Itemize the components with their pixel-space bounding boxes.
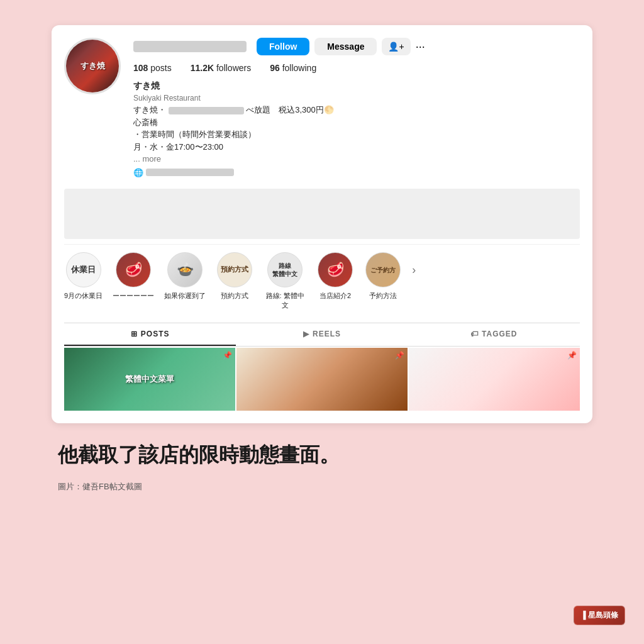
bio-line3: ・営業時間（時間外営業要相談） bbox=[133, 128, 580, 141]
highlight-item-booking[interactable]: 預約方式 預約方式 bbox=[216, 252, 253, 310]
stats-row: 108 posts 11.2K followers 96 following bbox=[133, 63, 580, 73]
post-thumb-1[interactable]: 繁體中文菜單 📌 bbox=[64, 348, 235, 411]
grid-icon: ⊞ bbox=[131, 330, 138, 338]
post-thumb-2[interactable]: 📌 bbox=[236, 348, 408, 411]
highlight-label-booking: 預約方式 bbox=[221, 291, 248, 301]
post-thumb-1-text: 繁體中文菜單 bbox=[73, 374, 227, 385]
post-thumb-3[interactable]: 📌 bbox=[409, 348, 580, 411]
highlight-text-kyuugetsubi: 休業日 bbox=[71, 264, 96, 275]
article-headline: 他截取了該店的限時動態畫面。 bbox=[58, 442, 586, 469]
following-stat: 96 following bbox=[270, 63, 316, 73]
highlight-food-icon-2: 🥩 bbox=[125, 262, 142, 278]
bio-section: すき焼 Sukiyaki Restaurant すき焼・ べ放題 税込3,300… bbox=[133, 79, 580, 179]
www-blurred bbox=[146, 169, 234, 176]
bio-line2: 心斎橋 bbox=[133, 116, 580, 129]
highlight-label-kyuugetsubi: 9月の休業日 bbox=[64, 291, 103, 301]
following-count: 96 bbox=[270, 63, 280, 73]
tab-reels-label: REELS bbox=[313, 330, 341, 338]
highlight-item-route[interactable]: 路線繁體中文 路線: 繁體中文 bbox=[264, 252, 306, 310]
highlight-label-intro: 当店紹介2 bbox=[319, 291, 351, 301]
bio-more[interactable]: ... more bbox=[133, 153, 580, 165]
blurred-overlay bbox=[64, 189, 580, 239]
posts-count: 108 bbox=[133, 63, 148, 73]
add-user-button[interactable]: 👤+ bbox=[382, 38, 410, 55]
tagged-icon: 🏷 bbox=[470, 330, 479, 338]
posts-label: posts bbox=[150, 63, 171, 73]
highlight-circle-2: 🥩 bbox=[116, 252, 151, 287]
tabs-row: ⊞ POSTS ▶ REELS 🏷 TAGGED bbox=[64, 323, 580, 347]
highlight-circle-booking: 預約方式 bbox=[217, 252, 252, 287]
highlight-text-route: 路線繁體中文 bbox=[272, 262, 297, 278]
highlights-section: 休業日 9月の休業日 🥩 ーーーーーー 🍲 如果你遲到了 預約方式 bbox=[64, 244, 580, 318]
tab-posts-label: POSTS bbox=[141, 330, 170, 338]
highlight-item-kyuugetsubi[interactable]: 休業日 9月の休業日 bbox=[64, 252, 103, 310]
highlight-item-2[interactable]: 🥩 ーーーーーー bbox=[113, 252, 154, 310]
highlight-circle-yoyaku: ご予約方 bbox=[365, 252, 401, 287]
pin-icon-2: 📌 bbox=[395, 351, 404, 360]
avatar: すき焼 bbox=[64, 38, 121, 94]
profile-actions-row: Follow Message 👤+ ··· bbox=[133, 38, 580, 55]
highlights-wrapper: 休業日 9月の休業日 🥩 ーーーーーー 🍲 如果你遲到了 預約方式 bbox=[64, 244, 580, 318]
highlight-item-latecomer[interactable]: 🍲 如果你遲到了 bbox=[164, 252, 206, 310]
highlight-food-icon-latecomer: 🍲 bbox=[177, 262, 194, 278]
highlight-circle-route: 路線繁體中文 bbox=[267, 252, 303, 287]
source-caption: 圖片：健吾FB帖文截圖 bbox=[58, 481, 586, 492]
followers-stat: 11.2K followers bbox=[191, 63, 252, 73]
bio-line4: 月・水・金17:00〜23:00 bbox=[133, 141, 580, 153]
bio-www: 🌐 bbox=[133, 167, 580, 179]
tab-reels[interactable]: ▶ REELS bbox=[236, 323, 408, 346]
bio-category: Sukiyaki Restaurant bbox=[133, 92, 580, 104]
logo-text: 星島頭條 bbox=[588, 611, 618, 619]
posts-preview: 繁體中文菜單 📌 📌 📌 bbox=[64, 348, 580, 411]
bio-line1: すき焼・ べ放題 税込3,300円🌕 bbox=[133, 104, 580, 116]
username-blurred bbox=[133, 41, 247, 52]
highlight-item-intro[interactable]: 🥩 当店紹介2 bbox=[316, 252, 354, 310]
profile-header: すき焼 Follow Message 👤+ ··· 108 bbox=[64, 38, 580, 179]
highlight-label-route: 路線: 繁體中文 bbox=[264, 291, 306, 310]
message-button[interactable]: Message bbox=[314, 38, 377, 55]
followers-count: 11.2K bbox=[191, 63, 214, 73]
more-options-button[interactable]: ··· bbox=[416, 40, 425, 53]
logo-divider-icon: ▐ bbox=[580, 611, 588, 619]
article-text-section: 他截取了該店的限時動態畫面。 圖片：健吾FB帖文截圖 bbox=[52, 442, 592, 492]
avatar-label: すき焼 bbox=[80, 61, 105, 71]
highlight-label-2: ーーーーーー bbox=[113, 291, 154, 301]
profile-info: Follow Message 👤+ ··· 108 posts 11.2K bbox=[133, 38, 580, 179]
pin-icon-3: 📌 bbox=[567, 351, 577, 360]
site-logo-badge: ▐ 星島頭條 bbox=[574, 606, 625, 625]
pin-icon-1: 📌 bbox=[223, 351, 232, 360]
ellipsis-icon: ··· bbox=[416, 40, 425, 53]
highlight-label-latecomer: 如果你遲到了 bbox=[164, 291, 206, 301]
highlight-text-booking: 預約方式 bbox=[221, 265, 248, 274]
highlight-circle-latecomer: 🍲 bbox=[167, 252, 203, 287]
posts-stat: 108 posts bbox=[133, 63, 172, 73]
instagram-screenshot-card: すき焼 Follow Message 👤+ ··· 108 bbox=[52, 25, 592, 423]
bio-name: すき焼 bbox=[133, 79, 580, 92]
person-plus-icon: 👤+ bbox=[388, 42, 404, 52]
highlights-scroll-chevron[interactable]: › bbox=[412, 252, 425, 287]
followers-label: followers bbox=[216, 63, 251, 73]
tab-tagged[interactable]: 🏷 TAGGED bbox=[408, 323, 580, 346]
tab-tagged-label: TAGGED bbox=[482, 330, 517, 338]
www-icon: 🌐 bbox=[133, 167, 143, 179]
highlight-circle-intro: 🥩 bbox=[318, 252, 353, 287]
highlight-food-icon-intro: 🥩 bbox=[327, 262, 344, 278]
bio-blurred-1 bbox=[169, 107, 244, 114]
highlight-text-yoyaku: ご予約方 bbox=[370, 266, 396, 274]
highlight-label-yoyaku: 予約方法 bbox=[369, 291, 397, 301]
following-label: following bbox=[282, 63, 316, 73]
reels-icon: ▶ bbox=[303, 330, 309, 338]
tab-posts[interactable]: ⊞ POSTS bbox=[64, 323, 236, 346]
highlight-item-yoyaku[interactable]: ご予約方 予約方法 bbox=[364, 252, 402, 310]
highlight-circle-kyuugetsubi: 休業日 bbox=[66, 252, 101, 287]
follow-button[interactable]: Follow bbox=[257, 38, 309, 55]
